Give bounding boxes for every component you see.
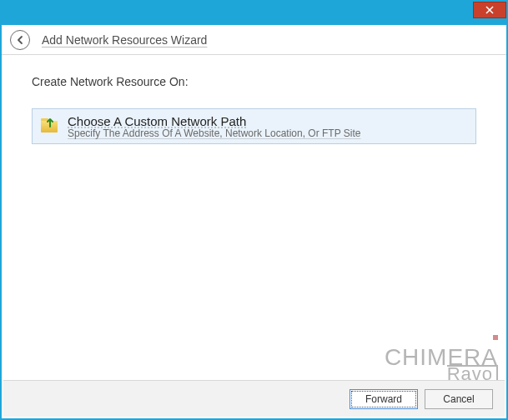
- close-button[interactable]: [473, 2, 506, 18]
- back-arrow-icon: [15, 35, 25, 45]
- wizard-footer: Forward Cancel: [3, 380, 505, 417]
- option-title: Choose A Custom Network Path: [68, 114, 469, 128]
- wizard-title: Add Network Resources Wizard: [42, 33, 207, 47]
- back-button[interactable]: [10, 30, 30, 50]
- window-frame: Add Network Resources Wizard Create Netw…: [0, 0, 508, 420]
- network-folder-icon: [39, 116, 59, 136]
- custom-network-path-option[interactable]: Choose A Custom Network Path Specify The…: [39, 114, 469, 140]
- wizard-content: Create Network Resource On: Choose A Cus…: [2, 55, 506, 382]
- network-location-list: Choose A Custom Network Path Specify The…: [32, 108, 476, 144]
- wizard-header: Add Network Resources Wizard: [2, 25, 506, 55]
- cancel-button[interactable]: Cancel: [425, 389, 493, 409]
- option-text: Choose A Custom Network Path Specify The…: [68, 114, 469, 140]
- instruction-text: Create Network Resource On:: [32, 75, 476, 88]
- close-icon: [485, 6, 494, 14]
- titlebar: [2, 2, 506, 25]
- forward-button[interactable]: Forward: [350, 389, 418, 409]
- option-description: Specify The Address Of A Website, Networ…: [68, 128, 469, 140]
